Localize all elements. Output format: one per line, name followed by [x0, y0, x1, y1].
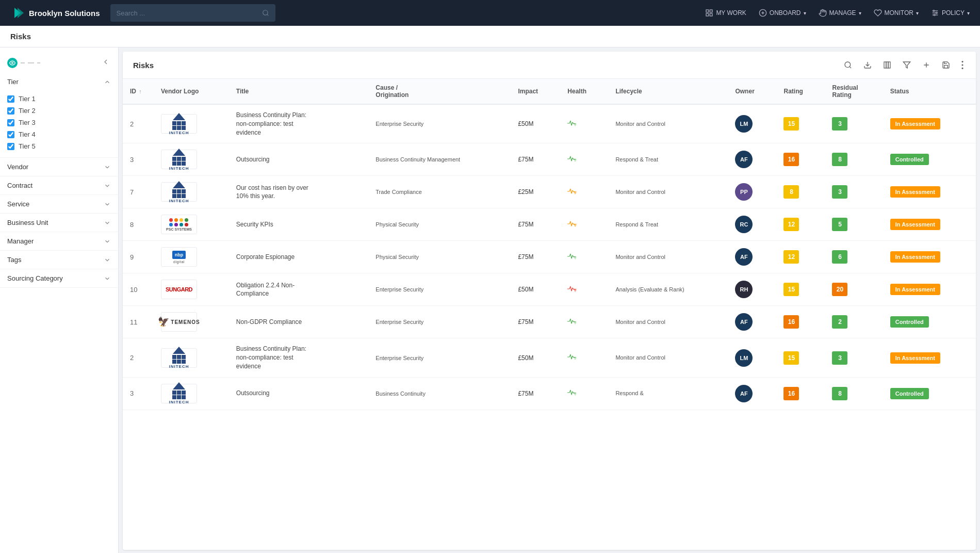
table-row[interactable]: 8 PSC SYSTEMS Security KPI [123, 208, 976, 241]
cell-health [560, 241, 608, 273]
status-badge: Controlled [890, 316, 929, 328]
col-health[interactable]: Health [560, 79, 608, 104]
table-row[interactable]: 11 🦅 TEMENOS Non-GDPR Compliance Enterpr… [123, 306, 976, 338]
manage-chevron-icon: ▾ [859, 10, 861, 16]
sourcing-category-label: Sourcing Category [7, 274, 63, 282]
main-layout: Tier Tier 1 Tier 2 [0, 47, 980, 553]
search-input[interactable] [117, 9, 258, 17]
filter-section-tier-header[interactable]: Tier [0, 73, 118, 91]
save-view-button[interactable] [940, 59, 952, 71]
cell-residual-rating: 3 [825, 338, 883, 377]
nav-item-manage[interactable]: MANAGE ▾ [819, 9, 861, 17]
search-bar[interactable] [110, 4, 275, 22]
page-title: Risks [10, 32, 31, 41]
table-row[interactable]: 3 INITECH Outsourcing Business Continuit… [123, 143, 976, 176]
filter-section-vendor-header[interactable]: Vendor [0, 158, 118, 176]
tier2-checkbox-item[interactable]: Tier 2 [7, 105, 111, 117]
page-wrapper: Risks [0, 26, 980, 553]
col-title[interactable]: Title [229, 79, 369, 104]
table-row[interactable]: 9 nbp digital Corporate Espionage Physic… [123, 241, 976, 273]
health-heart-icon [567, 251, 580, 262]
vendor-section-label: Vendor [7, 163, 28, 171]
filter-section-contract-header[interactable]: Contract [0, 176, 118, 194]
policy-chevron-icon: ▾ [967, 10, 970, 16]
health-heart-icon [567, 118, 580, 128]
status-badge: Controlled [890, 154, 929, 165]
filter-section-business-unit-header[interactable]: Business Unit [0, 214, 118, 232]
cell-cause: Physical Security [368, 208, 511, 241]
nav-item-policy[interactable]: POLICY ▾ [931, 9, 970, 17]
more-vert-icon [961, 61, 963, 69]
col-impact[interactable]: Impact [511, 79, 560, 104]
cell-owner: AF [728, 377, 776, 410]
nav-item-onboard[interactable]: ONBOARD ▾ [759, 9, 806, 17]
col-owner[interactable]: Owner [728, 79, 776, 104]
table-row[interactable]: 2 INITECH Business Continuity Plan: non-… [123, 338, 976, 377]
tier1-checkbox-item[interactable]: Tier 1 [7, 93, 111, 105]
cell-lifecycle: Monitor and Control [608, 338, 728, 377]
tier4-checkbox[interactable] [7, 131, 14, 138]
filter-section-manager: Manager [0, 232, 118, 251]
tier2-label: Tier 2 [19, 107, 36, 115]
col-lifecycle[interactable]: Lifecycle [608, 79, 728, 104]
tier4-checkbox-item[interactable]: Tier 4 [7, 128, 111, 140]
filter-section-sourcing-header[interactable]: Sourcing Category [0, 269, 118, 287]
svg-point-11 [934, 14, 935, 16]
col-residual[interactable]: ResidualRating [825, 79, 883, 104]
cell-title: Business Continuity Plan: non-compliance… [229, 104, 369, 143]
tier5-checkbox-item[interactable]: Tier 5 [7, 140, 111, 152]
filter-button[interactable] [901, 59, 913, 71]
add-button[interactable] [920, 59, 933, 71]
col-status[interactable]: Status [883, 79, 976, 104]
col-rating[interactable]: Rating [776, 79, 825, 104]
cell-impact: £75M [511, 208, 560, 241]
cell-status: Controlled [883, 306, 976, 338]
cell-rating: 8 [776, 176, 825, 208]
business-unit-section-label: Business Unit [7, 219, 48, 226]
table-search-button[interactable] [842, 59, 854, 71]
more-options-button[interactable] [959, 59, 966, 71]
nav-item-monitor[interactable]: MONITOR ▾ [874, 9, 919, 17]
cell-id: 7 [123, 176, 154, 208]
chevron-down-service-icon [104, 201, 111, 208]
status-badge: In Assessment [890, 251, 940, 263]
tier3-checkbox-item[interactable]: Tier 3 [7, 117, 111, 128]
cell-id: 3 [123, 377, 154, 410]
filter-section-contract: Contract [0, 176, 118, 195]
table-row[interactable]: 7 INITECH Our cost has risen by over 10%… [123, 176, 976, 208]
tier5-checkbox[interactable] [7, 143, 14, 150]
cell-rating: 15 [776, 273, 825, 306]
cell-status: In Assessment [883, 208, 976, 241]
cell-rating: 16 [776, 143, 825, 176]
table-row[interactable]: 2 INITECH Business Continuity Plan: non-… [123, 104, 976, 143]
cell-residual-rating: 20 [825, 273, 883, 306]
svg-rect-1 [706, 10, 709, 12]
table-row[interactable]: 3 INITECH Outsourcing Business Continuit… [123, 377, 976, 410]
cell-vendor-logo: INITECH [154, 338, 229, 377]
col-id[interactable]: ID ↑ [123, 79, 154, 104]
sidebar-collapse-button[interactable] [101, 57, 111, 69]
tier1-checkbox[interactable] [7, 95, 14, 103]
filter-section-manager-header[interactable]: Manager [0, 232, 118, 250]
table-row[interactable]: 10 SUNGARD Obligation 2.2.4 Non-Complian… [123, 273, 976, 306]
cell-title: Security KPIs [229, 208, 369, 241]
filter-section-service-header[interactable]: Service [0, 195, 118, 213]
col-cause[interactable]: Cause /Origination [368, 79, 511, 104]
download-button[interactable] [861, 59, 874, 71]
columns-button[interactable] [881, 59, 893, 71]
cell-residual-rating: 6 [825, 241, 883, 273]
health-heart-icon [567, 186, 580, 197]
filter-section-tags-header[interactable]: Tags [0, 251, 118, 269]
brand-name: Brooklyn Solutions [29, 9, 100, 18]
tier3-checkbox[interactable] [7, 119, 14, 126]
table-header: ID ↑ Vendor Logo Title Cause /Originatio… [123, 79, 976, 104]
search-table-icon [844, 61, 852, 69]
svg-point-12 [12, 62, 13, 63]
cell-lifecycle: Respond & Treat [608, 143, 728, 176]
nav-item-my-work[interactable]: MY WORK [705, 9, 746, 17]
manager-section-label: Manager [7, 237, 34, 245]
table-body: 2 INITECH Business Continuity Plan: non-… [123, 104, 976, 410]
cell-owner: AF [728, 306, 776, 338]
tier2-checkbox[interactable] [7, 107, 14, 115]
logo-area[interactable]: Brooklyn Solutions [10, 6, 100, 20]
